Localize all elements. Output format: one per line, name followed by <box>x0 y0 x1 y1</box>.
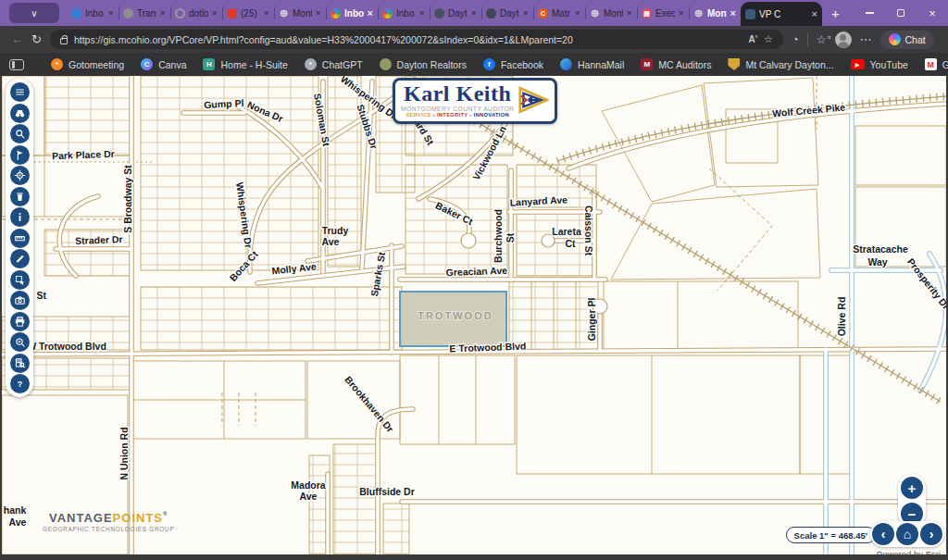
tab-close-button[interactable]: × <box>212 8 218 19</box>
gis-map-canvas[interactable]: TROTWOOD Gump PlNona DrSoloman StStubbs … <box>2 76 946 554</box>
toolbar-binoculars-button[interactable] <box>10 104 30 123</box>
browser-tab-active[interactable]: VP C× <box>741 2 822 26</box>
tab-close-button[interactable]: × <box>575 8 580 19</box>
browser-tab[interactable]: Inbo× <box>378 3 430 23</box>
bookmark-item[interactable]: CCanva <box>132 58 194 70</box>
zoom-in-button[interactable]: + <box>901 477 923 499</box>
toolbar-info-button[interactable] <box>10 207 30 227</box>
bookmark-label: Facebook <box>501 59 543 70</box>
bookmark-item[interactable]: *Gotomeeting <box>43 58 132 70</box>
bookmark-item[interactable]: HannaMail <box>552 58 632 70</box>
favorites-bar-icon[interactable]: ☆ <box>817 33 827 46</box>
home-extent-button[interactable]: ⌂ <box>896 523 918 545</box>
toolbar-measure-button[interactable] <box>10 229 30 248</box>
url-field[interactable]: https://gis.mcohio.org/VPCore/VP.html?co… <box>50 30 783 49</box>
favorite-star-icon[interactable]: ☆ <box>764 33 773 45</box>
tab-close-button[interactable]: × <box>471 8 477 19</box>
minimize-button[interactable] <box>854 0 885 26</box>
bookmark-label: Mt Calvary Dayton... <box>745 59 833 70</box>
bookmark-item[interactable]: Dayton Realtors <box>371 58 475 70</box>
street-label: Lareta <box>552 226 581 237</box>
toolbar-select-button[interactable] <box>10 270 30 290</box>
browser-essentials-icon[interactable]: ◔ <box>792 32 799 46</box>
toolbar-help-button[interactable]: ? <box>10 374 30 393</box>
tab-close-button[interactable]: × <box>419 8 425 19</box>
back-icon[interactable]: ← <box>11 32 23 46</box>
tab-dropdown-button[interactable]: ∨ <box>9 3 59 23</box>
browser-tab[interactable]: Inbo× <box>67 3 118 23</box>
bookmark-item[interactable]: fFacebook <box>475 58 552 70</box>
browser-tab[interactable]: ⊕Mont× <box>585 3 637 23</box>
toolbar-print-button[interactable] <box>10 312 30 331</box>
toolbar-camera-button[interactable] <box>10 291 30 310</box>
tab-close-button[interactable]: × <box>316 8 321 19</box>
tab-favicon <box>175 8 185 19</box>
refresh-icon[interactable]: ↻ <box>31 32 42 46</box>
close-window-button[interactable]: × <box>917 0 948 26</box>
tab-title: VP C <box>759 9 808 19</box>
previous-extent-button[interactable]: ‹ <box>872 523 894 545</box>
browser-tab[interactable]: Dayt× <box>430 3 481 23</box>
toolbar-search-button[interactable] <box>10 124 30 143</box>
tab-close-button[interactable]: × <box>730 8 736 19</box>
tab-favicon: ⊕ <box>279 8 289 19</box>
tab-close-button[interactable]: × <box>523 8 529 19</box>
street-label: Prosperity Dr <box>905 256 946 312</box>
tab-close-button[interactable]: × <box>627 8 632 19</box>
tab-close-button[interactable]: × <box>368 8 373 19</box>
sidebar-panel-icon[interactable] <box>9 59 24 70</box>
new-tab-button[interactable]: + <box>822 6 849 21</box>
tab-title: Dayt <box>448 8 468 19</box>
toolbar-records-button[interactable] <box>10 354 30 373</box>
browser-tab[interactable]: dotlo× <box>170 3 222 23</box>
search-icon <box>13 127 27 141</box>
tab-favicon: ⊕ <box>590 8 600 19</box>
browser-tab[interactable]: Dayt× <box>481 3 533 23</box>
bookmark-item[interactable]: HHome - H-Suite <box>194 58 295 70</box>
toolbar-flag-button[interactable] <box>10 145 30 165</box>
toolbar-menu-button[interactable] <box>10 82 30 102</box>
browser-tab[interactable]: Trans× <box>118 3 170 23</box>
tab-close-button[interactable]: × <box>812 9 817 19</box>
tab-close-button[interactable]: × <box>264 8 269 19</box>
address-bar: ← ↻ https://gis.mcohio.org/VPCore/VP.htm… <box>0 26 948 53</box>
lock-icon <box>60 38 68 44</box>
browser-tab[interactable]: ⊕Mont× <box>274 3 326 23</box>
browser-tab[interactable]: ▤Exec× <box>637 3 689 23</box>
tab-title: Mont <box>707 8 727 19</box>
street-label: Park Place Dr <box>52 148 115 161</box>
browser-tab[interactable]: ⊕Mont× <box>689 3 741 23</box>
tab-close-button[interactable]: × <box>108 8 114 19</box>
toolbar-locate-button[interactable] <box>10 166 30 185</box>
records-icon <box>13 356 27 370</box>
url-text[interactable]: https://gis.mcohio.org/VPCore/VP.html?co… <box>74 34 742 45</box>
profile-avatar[interactable] <box>835 31 852 48</box>
tab-title: (25) <box>241 8 260 19</box>
toolbar-draw-button[interactable] <box>10 249 30 268</box>
tab-close-button[interactable]: × <box>679 8 684 19</box>
bookmark-item[interactable]: MMC Auditors <box>632 58 719 70</box>
bookmark-item[interactable]: ▶YouTube <box>842 59 917 70</box>
mt-calvary-dayton--icon <box>728 58 740 70</box>
tab-favicon <box>486 8 496 19</box>
tab-title: dotlo <box>189 8 208 19</box>
read-aloud-icon[interactable]: Aᵃ <box>749 34 758 44</box>
registered-mark: ® <box>163 511 168 516</box>
next-extent-button[interactable]: › <box>920 523 942 545</box>
home-h-suite-icon: H <box>203 58 215 70</box>
chat-button[interactable]: Chat <box>880 31 934 49</box>
tab-close-button[interactable]: × <box>160 8 166 19</box>
browser-tab[interactable]: (25)× <box>222 3 274 23</box>
bookmark-item[interactable]: MGmail <box>917 58 948 70</box>
toolbar-trash-button[interactable] <box>10 187 30 206</box>
browser-tab[interactable]: Inbo× <box>326 3 378 23</box>
auditor-logo: Karl Keith MONTGOMERY COUNTY AUDITOR SER… <box>393 78 557 124</box>
restore-button[interactable] <box>885 0 917 26</box>
browser-tab[interactable]: CMatr× <box>533 3 585 23</box>
tab-title: Inbo <box>85 8 105 19</box>
settings-menu-icon[interactable]: ⋯ <box>860 32 872 46</box>
bookmark-item[interactable]: *ChatGPT <box>296 58 371 70</box>
toolbar-search-area-button[interactable] <box>10 332 30 352</box>
youtube-icon: ▶ <box>851 59 865 69</box>
bookmark-item[interactable]: Mt Calvary Dayton... <box>719 58 842 70</box>
